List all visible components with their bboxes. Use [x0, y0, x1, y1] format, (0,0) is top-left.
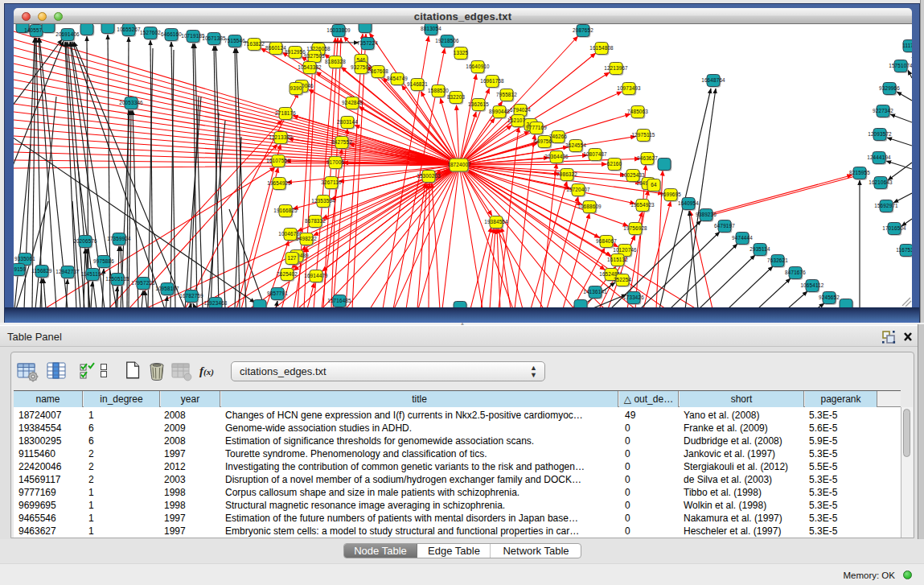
svg-text:15716485: 15716485	[327, 298, 351, 303]
svg-text:10958107: 10958107	[155, 286, 179, 291]
svg-text:2718176: 2718176	[275, 110, 296, 116]
svg-text:9329966: 9329966	[879, 85, 900, 91]
svg-text:1156829: 1156829	[31, 268, 52, 274]
svg-text:1733426: 1733426	[623, 295, 644, 300]
svg-text:9227342: 9227342	[873, 108, 893, 113]
svg-text:917006: 917006	[326, 159, 345, 165]
svg-text:19166825: 19166825	[273, 208, 298, 213]
svg-text:2935114: 2935114	[749, 246, 770, 252]
svg-text:10973493: 10973493	[617, 85, 641, 91]
svg-text:746266: 746266	[549, 134, 568, 139]
svg-text:9242848: 9242848	[342, 100, 363, 105]
svg-text:9389236: 9389236	[696, 212, 717, 217]
svg-text:16107554: 16107554	[266, 158, 290, 163]
svg-text:16154808: 16154808	[589, 45, 614, 51]
svg-text:19654923: 19654923	[630, 202, 655, 208]
svg-text:9245652: 9245652	[819, 295, 840, 300]
svg-text:7986322: 7986322	[556, 171, 577, 177]
svg-text:11174: 11174	[902, 43, 912, 48]
svg-text:9463627: 9463627	[637, 155, 658, 161]
svg-text:3624554: 3624554	[565, 142, 586, 148]
svg-text:10655267: 10655267	[117, 27, 141, 32]
svg-text:6466160: 6466160	[161, 31, 182, 37]
svg-text:10688609: 10688609	[577, 204, 602, 209]
svg-text:7357224: 7357224	[357, 40, 378, 46]
svg-text:17016504: 17016504	[882, 225, 906, 231]
svg-text:8678332: 8678332	[305, 218, 326, 224]
svg-text:127: 127	[287, 255, 296, 261]
svg-text:7955812: 7955812	[496, 92, 517, 97]
svg-text:18724007: 18724007	[447, 162, 471, 167]
svg-text:19384554: 19384554	[484, 219, 508, 225]
svg-text:16782759: 16782759	[179, 293, 203, 299]
svg-text:12444194: 12444194	[867, 154, 891, 160]
svg-text:9390: 9390	[290, 85, 302, 91]
svg-text:20206576: 20206576	[73, 238, 97, 244]
svg-text:15720407: 15720407	[566, 187, 590, 192]
svg-text:832203: 832203	[447, 94, 466, 100]
svg-text:8660124: 8660124	[265, 45, 286, 51]
svg-text:15692971: 15692971	[874, 203, 898, 208]
svg-text:20364436: 20364436	[544, 154, 569, 159]
svg-text:3498222: 3498222	[296, 236, 317, 241]
svg-text:1527602: 1527602	[140, 30, 161, 35]
svg-text:16640910: 16640910	[466, 64, 490, 69]
svg-text:9327503: 9327503	[304, 53, 325, 59]
svg-text:14136141: 14136141	[583, 289, 607, 295]
svg-text:2803144: 2803144	[337, 119, 358, 125]
svg-text:19654925: 19654925	[267, 180, 291, 186]
svg-text:16210643: 16210643	[869, 179, 893, 185]
svg-text:7163822: 7163822	[244, 41, 265, 47]
svg-text:16033809: 16033809	[326, 27, 351, 33]
svg-text:12505135: 12505135	[105, 276, 129, 282]
svg-text:7632621: 7632621	[767, 257, 788, 263]
svg-text:16914479: 16914479	[304, 273, 328, 278]
svg-text:13325: 13325	[454, 50, 469, 56]
svg-text:12093572: 12093572	[868, 131, 892, 137]
svg-text:10120746: 10120746	[613, 247, 637, 253]
svg-text:20691406: 20691406	[55, 31, 80, 37]
svg-text:2087652: 2087652	[573, 27, 593, 33]
svg-text:10025433: 10025433	[621, 172, 645, 178]
svg-text:16648764: 16648764	[701, 77, 725, 83]
svg-text:19218506: 19218506	[435, 38, 459, 43]
svg-text:15300203: 15300203	[417, 173, 441, 179]
svg-text:7515546: 7515546	[224, 38, 245, 43]
svg-text:64: 64	[651, 182, 657, 187]
svg-text:12353594: 12353594	[311, 198, 335, 204]
svg-text:8912956: 8912956	[285, 49, 306, 55]
svg-text:19756928: 19756928	[623, 225, 647, 231]
svg-text:11451194: 11451194	[81, 271, 105, 277]
svg-text:12975115: 12975115	[631, 132, 655, 138]
svg-text:1362615: 1362615	[468, 101, 489, 107]
svg-text:62160: 62160	[607, 161, 622, 167]
svg-text:8813054: 8813054	[421, 26, 441, 31]
svg-text:10654112: 10654112	[800, 282, 823, 288]
svg-text:20053346: 20053346	[119, 100, 143, 105]
svg-text:15751074: 15751074	[889, 63, 912, 68]
svg-text:8427552: 8427552	[331, 139, 352, 145]
svg-text:1167533: 1167533	[896, 247, 912, 253]
svg-text:9857791: 9857791	[267, 290, 288, 296]
svg-text:10543382: 10543382	[298, 64, 322, 70]
svg-text:1588520: 1588520	[428, 88, 449, 93]
svg-text:10671385: 10671385	[202, 35, 226, 41]
svg-text:9335061: 9335061	[14, 256, 35, 262]
svg-text:9684067: 9684067	[596, 238, 617, 244]
svg-text:1615132: 1615132	[607, 257, 628, 262]
svg-text:12213389: 12213389	[269, 134, 293, 140]
svg-text:8215955: 8215955	[849, 170, 870, 175]
svg-text:8471676: 8471676	[785, 270, 806, 275]
svg-text:9699695: 9699695	[660, 192, 681, 197]
svg-text:2867608: 2867608	[368, 68, 388, 74]
svg-text:3267110: 3267110	[321, 179, 342, 185]
svg-text:8186328: 8186328	[325, 59, 346, 64]
svg-text:6794024: 6794024	[510, 107, 531, 113]
svg-text:12213967: 12213967	[604, 65, 628, 71]
svg-text:9146821: 9146821	[407, 81, 428, 87]
svg-text:9777169: 9777169	[526, 125, 547, 130]
svg-text:8454749: 8454749	[387, 76, 408, 81]
svg-text:9975886: 9975886	[93, 258, 114, 264]
svg-text:12942737: 12942737	[55, 269, 80, 274]
svg-text:7625402: 7625402	[277, 271, 298, 277]
